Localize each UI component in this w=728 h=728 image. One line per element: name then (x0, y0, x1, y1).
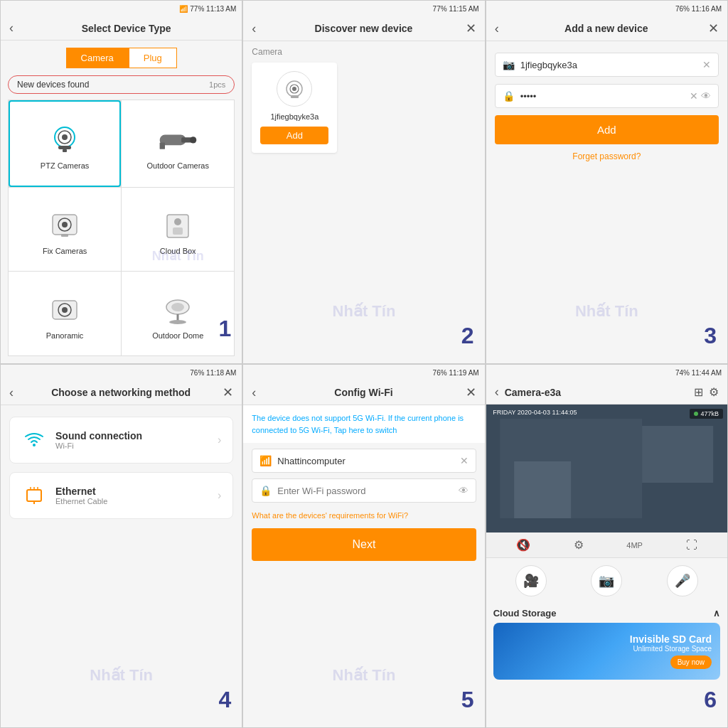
step-number-1: 1 (219, 316, 232, 342)
tab-plug[interactable]: Plug (129, 48, 177, 68)
svg-rect-12 (61, 234, 68, 237)
camera-title: Camera-e3a (505, 387, 694, 398)
close-button-4[interactable]: ✕ (223, 385, 233, 400)
ethernet-method-item[interactable]: Ethernet Ethernet Cable › (9, 472, 233, 519)
back-button-2[interactable]: ‹ (252, 21, 256, 36)
wifi-lock-icon: 🔒 (259, 485, 272, 496)
ptz-cam-icon (43, 122, 86, 157)
add-device-button[interactable]: Add (260, 127, 328, 144)
panel-title-3: Add a new device (505, 23, 708, 34)
back-button-4[interactable]: ‹ (9, 385, 14, 400)
svg-point-18 (62, 307, 68, 313)
password-row: 🔒 ✕ 👁 (495, 84, 719, 108)
battery-status-2: 77% 11:15 AM (433, 5, 479, 13)
back-button-5[interactable]: ‹ (252, 385, 256, 400)
svg-rect-26 (291, 95, 299, 98)
mute-icon[interactable]: 🔇 (516, 538, 530, 552)
battery-status-6: 74% 11:44 AM (675, 369, 722, 377)
back-button-6[interactable]: ‹ (495, 385, 499, 400)
method-list: Sound connection Wi-Fi › Ethernet Ethern… (1, 405, 242, 727)
device-id-clear[interactable]: ✕ (702, 59, 711, 70)
lock-icon: 🔒 (503, 90, 515, 102)
wifi-method-item[interactable]: Sound connection Wi-Fi › (9, 417, 233, 464)
pwd-clear[interactable]: ✕ (690, 90, 698, 102)
device-cloud-box[interactable]: Cloud Box Nhất Tín (122, 188, 234, 272)
device-outdoor[interactable]: Outdoor Cameras (122, 100, 234, 187)
panel-title-5: Config Wi-Fi (262, 387, 465, 398)
banner-label: New devices found (17, 80, 89, 90)
status-bar-3: 76% 11:16 AM (486, 1, 727, 16)
warning-tap-link[interactable]: Tap here to switch (334, 426, 397, 434)
wifi-name-input[interactable] (277, 456, 459, 466)
ethernet-icon (21, 483, 47, 508)
svg-point-7 (190, 137, 196, 144)
wifi-eye-icon[interactable]: 👁 (459, 485, 469, 496)
panel-discover: 77% 11:15 AM ‹ Discover new device ✕ Cam… (242, 0, 485, 364)
ethernet-method-name: Ethernet (55, 486, 218, 497)
svg-rect-3 (58, 146, 71, 149)
tab-camera[interactable]: Camera (66, 48, 129, 68)
svg-point-27 (33, 444, 36, 446)
settings-icon[interactable]: ⚙ (574, 538, 584, 552)
camera-action-buttons: 🎥 📷 🎤 (486, 558, 727, 604)
wifi-pwd-input[interactable] (277, 486, 458, 496)
status-bar-5: 76% 11:19 AM (243, 365, 484, 380)
status-bar-2: 77% 11:15 AM (243, 1, 484, 16)
back-button-3[interactable]: ‹ (495, 21, 499, 36)
live-bandwidth: 477kB (700, 410, 719, 417)
device-ptz[interactable]: PTZ Cameras (9, 100, 121, 187)
device-id-input[interactable] (520, 60, 702, 70)
tab-bar-1: Camera Plug (1, 41, 242, 75)
discovered-device-card: 1jfiegbqyke3a Add (252, 63, 337, 153)
forget-password-link[interactable]: Forget password? (495, 151, 719, 161)
svg-point-14 (174, 218, 181, 225)
snapshot-button[interactable]: 📷 (591, 565, 622, 596)
video-record-button[interactable]: 🎥 (515, 565, 547, 596)
next-button[interactable]: Next (252, 528, 476, 561)
status-bar-1: 📶 77% 11:13 AM (1, 1, 242, 16)
cloud-buy-button[interactable]: Buy now (670, 655, 712, 669)
cloud-storage-label: Cloud Storage (493, 608, 557, 619)
camera-icon: 📷 (503, 59, 515, 70)
fullscreen-icon[interactable]: ⛶ (686, 539, 697, 552)
fix-label: Fix Cameras (43, 247, 87, 255)
step-number-4: 4 (219, 687, 232, 713)
panel-header-2: ‹ Discover new device ✕ (243, 16, 484, 41)
device-outdoor-dome[interactable]: Outdoor Dome (122, 272, 234, 355)
device-fix[interactable]: Fix Cameras (9, 188, 121, 272)
svg-rect-35 (642, 426, 713, 483)
camera-controls: 🔇 ⚙ 4MP ⛶ (486, 532, 727, 558)
add-button-3[interactable]: Add (495, 115, 719, 144)
camera-grid-icon[interactable]: ⊞ (694, 385, 703, 399)
password-input[interactable] (520, 91, 690, 102)
camera-header: ‹ Camera-e3a ⊞ ⚙ (486, 380, 727, 405)
step-number-5: 5 (461, 687, 474, 713)
pwd-eye[interactable]: 👁 (701, 90, 711, 102)
status-bar-4: 76% 11:18 AM (1, 365, 242, 380)
camera-settings-icon[interactable]: ⚙ (709, 385, 719, 399)
svg-point-22 (169, 320, 186, 324)
ethernet-arrow-icon: › (218, 489, 221, 502)
svg-rect-15 (173, 228, 183, 235)
cloud-banner: Invisible SD Card Unlimited Storage Spac… (493, 623, 720, 680)
device-panoramic[interactable]: Panoramic (9, 272, 121, 355)
svg-rect-8 (160, 143, 165, 149)
close-button-2[interactable]: ✕ (466, 21, 476, 36)
wifi-req-link[interactable]: What are the devices' requirements for W… (243, 508, 484, 528)
ethernet-method-text: Ethernet Ethernet Cable (55, 486, 218, 505)
cloud-storage-section: Cloud Storage ∧ Invisible SD Card Unlimi… (486, 604, 727, 687)
close-button-5[interactable]: ✕ (466, 385, 476, 400)
wifi-input-icon: 📶 (259, 455, 272, 466)
wifi-clear-icon[interactable]: ✕ (460, 455, 469, 466)
battery-status-4: 76% 11:18 AM (190, 369, 236, 377)
cloud-storage-header: Cloud Storage ∧ (493, 604, 720, 623)
close-button-3[interactable]: ✕ (708, 21, 719, 36)
camera-section-label: Camera (243, 41, 484, 60)
ethernet-method-sub: Ethernet Cable (55, 497, 218, 505)
live-dot (694, 412, 698, 416)
back-button-1[interactable]: ‹ (9, 21, 14, 36)
panoramic-cam-icon (43, 291, 86, 327)
microphone-button[interactable]: 🎤 (667, 565, 698, 596)
ptz-label: PTZ Cameras (41, 161, 89, 170)
wifi-pwd-row: 🔒 👁 (252, 478, 476, 503)
